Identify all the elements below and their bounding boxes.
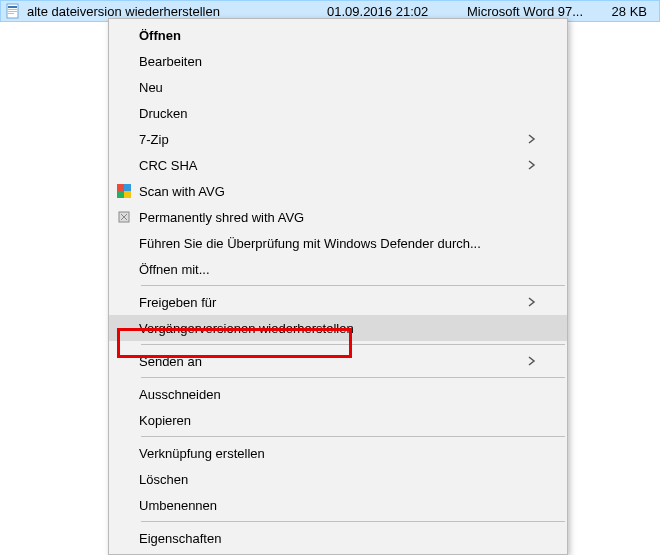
- avg-shred-icon: [109, 210, 139, 224]
- menu-delete[interactable]: Löschen: [109, 466, 567, 492]
- menu-label: Drucken: [139, 106, 539, 121]
- menu-separator: [141, 344, 565, 345]
- menu-label: CRC SHA: [139, 158, 525, 173]
- menu-label: Kopieren: [139, 413, 539, 428]
- menu-label: Permanently shred with AVG: [139, 210, 539, 225]
- menu-rename[interactable]: Umbenennen: [109, 492, 567, 518]
- menu-label: 7-Zip: [139, 132, 525, 147]
- menu-label: Neu: [139, 80, 539, 95]
- submenu-arrow-icon: [525, 134, 539, 144]
- menu-print[interactable]: Drucken: [109, 100, 567, 126]
- menu-new[interactable]: Neu: [109, 74, 567, 100]
- menu-edit[interactable]: Bearbeiten: [109, 48, 567, 74]
- menu-cut[interactable]: Ausschneiden: [109, 381, 567, 407]
- svg-rect-4: [8, 13, 14, 14]
- menu-create-shortcut[interactable]: Verknüpfung erstellen: [109, 440, 567, 466]
- menu-open-with[interactable]: Öffnen mit...: [109, 256, 567, 282]
- menu-separator: [141, 285, 565, 286]
- svg-rect-2: [8, 9, 17, 10]
- menu-label: Löschen: [139, 472, 539, 487]
- submenu-arrow-icon: [525, 160, 539, 170]
- menu-7zip[interactable]: 7-Zip: [109, 126, 567, 152]
- word-doc-icon: [5, 3, 21, 19]
- menu-scan-avg[interactable]: Scan with AVG: [109, 178, 567, 204]
- menu-label: Freigeben für: [139, 295, 525, 310]
- menu-shred-avg[interactable]: Permanently shred with AVG: [109, 204, 567, 230]
- menu-label: Eigenschaften: [139, 531, 539, 546]
- submenu-arrow-icon: [525, 356, 539, 366]
- menu-share[interactable]: Freigeben für: [109, 289, 567, 315]
- menu-label: Bearbeiten: [139, 54, 539, 69]
- file-size: 28 KB: [607, 4, 655, 19]
- menu-label: Umbenennen: [139, 498, 539, 513]
- menu-restore-previous-versions[interactable]: Vorgängerversionen wiederherstellen: [109, 315, 567, 341]
- menu-send-to[interactable]: Senden an: [109, 348, 567, 374]
- menu-label: Scan with AVG: [139, 184, 539, 199]
- submenu-arrow-icon: [525, 297, 539, 307]
- svg-rect-5: [117, 184, 124, 191]
- file-date: 01.09.2016 21:02: [327, 4, 467, 19]
- menu-properties[interactable]: Eigenschaften: [109, 525, 567, 551]
- menu-defender[interactable]: Führen Sie die Überprüfung mit Windows D…: [109, 230, 567, 256]
- avg-scan-icon: [109, 184, 139, 198]
- svg-rect-7: [117, 191, 124, 198]
- menu-label: Senden an: [139, 354, 525, 369]
- file-name: alte dateiversion wiederherstellen: [27, 4, 327, 19]
- svg-rect-6: [124, 184, 131, 191]
- menu-label: Öffnen: [139, 28, 539, 43]
- context-menu: Öffnen Bearbeiten Neu Drucken 7-Zip CRC …: [108, 18, 568, 555]
- menu-label: Vorgängerversionen wiederherstellen: [139, 321, 539, 336]
- menu-label: Öffnen mit...: [139, 262, 539, 277]
- file-type: Microsoft Word 97...: [467, 4, 607, 19]
- menu-label: Ausschneiden: [139, 387, 539, 402]
- menu-separator: [141, 436, 565, 437]
- menu-open[interactable]: Öffnen: [109, 22, 567, 48]
- menu-label: Verknüpfung erstellen: [139, 446, 539, 461]
- svg-rect-3: [8, 11, 17, 12]
- menu-separator: [141, 521, 565, 522]
- svg-rect-8: [124, 191, 131, 198]
- menu-copy[interactable]: Kopieren: [109, 407, 567, 433]
- menu-label: Führen Sie die Überprüfung mit Windows D…: [139, 236, 539, 251]
- menu-crc-sha[interactable]: CRC SHA: [109, 152, 567, 178]
- menu-separator: [141, 377, 565, 378]
- svg-rect-1: [8, 6, 17, 8]
